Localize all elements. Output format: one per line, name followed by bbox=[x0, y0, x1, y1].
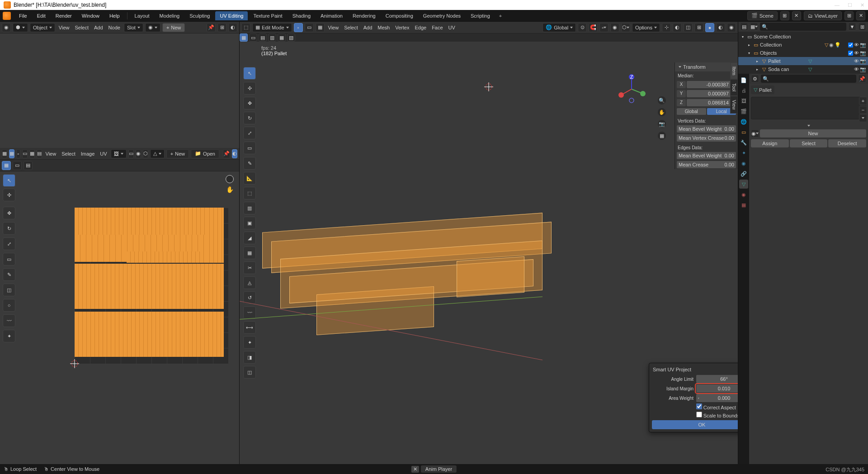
vp-tool-inset[interactable]: ▣ bbox=[243, 217, 256, 229]
viewlayer-delete-button[interactable]: ✕ bbox=[856, 11, 865, 20]
tree-scene-collection[interactable]: ▾▭Scene Collection bbox=[738, 33, 868, 41]
vp-tool-rip[interactable]: ◫ bbox=[243, 366, 256, 379]
prop-tab-constraint[interactable]: 🔗 bbox=[739, 169, 748, 178]
npanel-tab-tool[interactable]: Tool bbox=[730, 79, 738, 95]
maximize-button[interactable]: ☐ bbox=[848, 2, 852, 8]
gizmo-toggle[interactable]: ⊹ bbox=[662, 23, 671, 32]
outliner-filter-icon[interactable]: ▼ bbox=[848, 23, 856, 31]
slot-dropdown[interactable]: Slot bbox=[124, 23, 143, 32]
vp-persp-icon[interactable]: ▦ bbox=[657, 131, 666, 140]
select-button[interactable]: Select bbox=[790, 139, 828, 147]
props-breadcrumb[interactable]: ▽Pallet bbox=[751, 85, 774, 94]
ws-rendering[interactable]: Rendering bbox=[348, 11, 380, 20]
vp-tool-polybuild[interactable]: ◬ bbox=[243, 276, 256, 289]
vp-tool-loopcut[interactable]: ▦ bbox=[243, 246, 256, 259]
props-pin-icon[interactable]: 📌 bbox=[858, 75, 866, 83]
select-mode-5[interactable]: ▦ bbox=[278, 33, 286, 42]
options-dropdown[interactable]: Options bbox=[632, 23, 660, 32]
tree-sodacan[interactable]: ▸▽Soda can▽👁📷 bbox=[738, 65, 868, 73]
uv-tool-pinch[interactable]: ✦ bbox=[3, 330, 15, 342]
vp-menu-add[interactable]: Add bbox=[362, 25, 374, 30]
anim-player-button[interactable]: Anim Player bbox=[421, 465, 457, 473]
object-mode-dropdown[interactable]: Object bbox=[30, 23, 55, 32]
tree-objects[interactable]: ▾▭Objects👁📷 bbox=[738, 49, 868, 57]
uv-proportional-icon[interactable]: ◉ bbox=[136, 149, 141, 158]
uv-sel-edge-icon[interactable]: ▭ bbox=[22, 149, 28, 158]
ws-uv-editing[interactable]: UV Editing bbox=[215, 11, 248, 20]
ws-scripting[interactable]: Scripting bbox=[466, 11, 495, 20]
vp-tool-edgeslide[interactable]: ⟷ bbox=[243, 321, 256, 334]
vp-pan-icon[interactable]: ✋ bbox=[657, 108, 666, 117]
ws-sculpting[interactable]: Sculpting bbox=[185, 11, 214, 20]
uv-snap-icon[interactable]: ▭ bbox=[128, 149, 134, 158]
ws-add-button[interactable]: + bbox=[495, 11, 505, 20]
uv-tool-relax[interactable]: 〰 bbox=[3, 314, 15, 327]
vp-tool-bevel[interactable]: ◢ bbox=[243, 232, 256, 244]
vp-tool-extrude[interactable]: ▥ bbox=[243, 202, 256, 214]
uv-pivot-dropdown[interactable]: △ bbox=[150, 149, 165, 158]
uv-pin-icon[interactable]: 📌 bbox=[223, 149, 230, 158]
sel-vert-icon[interactable]: ▫ bbox=[294, 23, 303, 32]
nav-gizmo[interactable]: Z bbox=[616, 73, 647, 105]
transform-orient-dropdown[interactable]: 🌐 Global bbox=[542, 23, 576, 32]
tree-collection[interactable]: ▸▭Collection▽ ◉ 💡👁📷 bbox=[738, 41, 868, 49]
pin-icon[interactable]: 📌 bbox=[207, 23, 216, 32]
npanel-tab-item[interactable]: Item bbox=[730, 62, 738, 79]
sel-face-icon[interactable]: ▦ bbox=[316, 23, 325, 32]
area-weight-field[interactable]: ‹0.000› bbox=[696, 394, 738, 402]
minimize-button[interactable]: — bbox=[835, 2, 840, 8]
uv-menu-image[interactable]: Image bbox=[79, 151, 97, 156]
snap-toggle[interactable]: 🧲 bbox=[589, 23, 598, 32]
scene-new-button[interactable]: ✕ bbox=[792, 11, 801, 20]
ws-compositing[interactable]: Compositing bbox=[381, 11, 418, 20]
image-browse[interactable]: 🖼 bbox=[111, 149, 127, 158]
editor-type-uv-icon[interactable]: ▦ bbox=[2, 149, 7, 158]
vp-tool-knife[interactable]: ✂ bbox=[243, 261, 256, 274]
select-mode-3[interactable]: ▤ bbox=[259, 33, 267, 42]
space-global-button[interactable]: Global bbox=[677, 108, 706, 115]
ws-modeling[interactable]: Modeling bbox=[155, 11, 184, 20]
material-new-button2[interactable]: New bbox=[760, 129, 866, 137]
menu-edit[interactable]: Edit bbox=[33, 11, 50, 20]
uv-sel-vert-icon[interactable]: ▫ bbox=[16, 149, 20, 158]
mean-bevel-weight[interactable]: Mean Bevel Weight0.00 bbox=[677, 125, 736, 133]
assign-button[interactable]: Assign bbox=[751, 139, 789, 147]
uv-menu-uv[interactable]: UV bbox=[98, 151, 108, 156]
props-search[interactable]: 🔍 bbox=[761, 75, 856, 83]
overlay-toggle[interactable]: ◐ bbox=[673, 23, 682, 32]
vp-tool-spin[interactable]: ↺ bbox=[243, 291, 256, 304]
ws-geometry-nodes[interactable]: Geometry Nodes bbox=[419, 11, 465, 20]
prop-tab-object[interactable]: ▭ bbox=[739, 128, 748, 137]
vp-tool-select[interactable]: ↖ bbox=[243, 67, 256, 80]
shader-type-dropdown[interactable]: ⬢ bbox=[13, 23, 28, 32]
uv-display-mode-3[interactable]: ▤ bbox=[24, 161, 33, 170]
image-new-button[interactable]: + New bbox=[166, 149, 189, 158]
prop-tab-viewlayer[interactable]: 🖼 bbox=[739, 96, 748, 105]
vg-remove-button[interactable]: − bbox=[859, 106, 867, 114]
scale-bounds-checkbox[interactable] bbox=[696, 412, 702, 417]
scene-dropdown[interactable]: 🎬Scene bbox=[747, 11, 778, 20]
editor-type-shader-icon[interactable]: ◉ bbox=[2, 23, 11, 32]
vp-menu-select[interactable]: Select bbox=[342, 25, 360, 30]
select-mode-2[interactable]: ▭ bbox=[249, 33, 257, 42]
prop-tab-render[interactable]: 📄 bbox=[739, 76, 748, 85]
uv-sel-face-icon[interactable]: ▦ bbox=[29, 149, 35, 158]
vp-tool-measure[interactable]: 📐 bbox=[243, 172, 256, 185]
vp-menu-mesh[interactable]: Mesh bbox=[376, 25, 392, 30]
pallet-mesh[interactable] bbox=[262, 191, 542, 340]
vp-menu-view[interactable]: View bbox=[326, 25, 341, 30]
ws-shading[interactable]: Shading bbox=[288, 11, 315, 20]
prop-tab-world[interactable]: 🌐 bbox=[739, 117, 748, 126]
prop-tab-particle[interactable]: ✦ bbox=[739, 148, 748, 157]
outliner-display-mode[interactable]: ▦ bbox=[750, 23, 758, 31]
correct-aspect-checkbox[interactable] bbox=[696, 403, 702, 409]
shader-menu-node[interactable]: Node bbox=[107, 25, 122, 30]
viewlayer-dropdown[interactable]: 🗂ViewLayer bbox=[804, 11, 842, 20]
snap-shader-icon[interactable]: ⊞ bbox=[217, 23, 226, 32]
menu-file[interactable]: File bbox=[14, 11, 32, 20]
snap-type-dropdown[interactable]: ▫ bbox=[599, 23, 609, 32]
median-y[interactable]: 0.000097 m bbox=[687, 90, 736, 97]
island-margin-field[interactable]: 0.010 bbox=[696, 384, 738, 393]
vg-add-button[interactable]: + bbox=[859, 97, 867, 105]
image-open-button[interactable]: 📁 Open bbox=[191, 149, 219, 158]
